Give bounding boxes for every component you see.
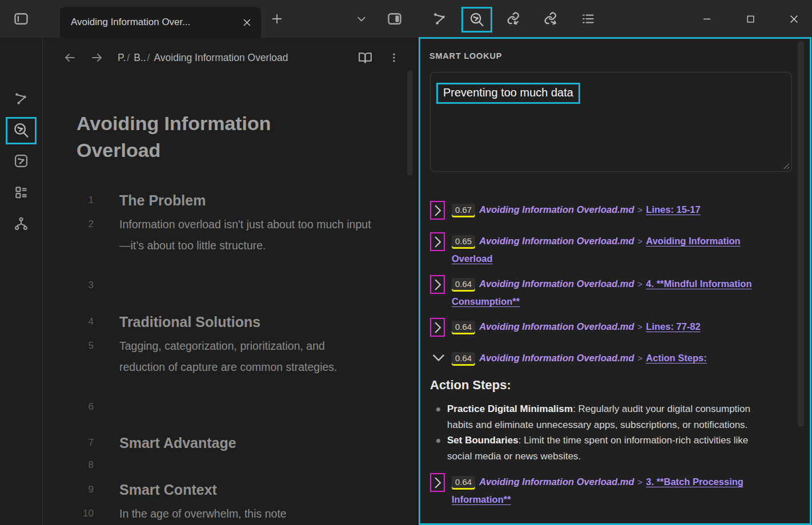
line-number: 10 (43, 503, 94, 524)
line-text[interactable] (119, 457, 373, 474)
lookup-query-text[interactable]: Preventing too much data (436, 83, 580, 104)
new-tab-button[interactable] (266, 7, 288, 30)
editor-line[interactable]: 2 Information overload isn't just about … (43, 214, 386, 256)
smart-lookup-button[interactable] (465, 9, 488, 31)
result-text: 0.65Avoiding Information Overload.md>Avo… (452, 232, 774, 267)
tab-avoiding-information-overload[interactable]: Avoiding Information Over... (60, 7, 261, 38)
expand-chevron-right-icon[interactable] (430, 232, 445, 251)
ribbon-smart-lookup-highlight (6, 117, 37, 144)
window-close-button[interactable] (784, 7, 803, 30)
result-text: 0.67Avoiding Information Overload.md>Lin… (452, 201, 774, 219)
line-text[interactable] (119, 398, 373, 415)
lookup-result-row[interactable]: 0.65Avoiding Information Overload.md>Avo… (430, 232, 795, 267)
expanded-bullet-list: Practice Digital Minimalism: Regularly a… (430, 401, 795, 464)
editor-line[interactable]: 5 Tagging, categorization, prioritizatio… (43, 336, 386, 377)
bullet-bold-text: Set Boundaries (447, 435, 518, 446)
lookup-result: 0.64Avoiding Information Overload.md>Act… (430, 349, 795, 464)
expand-chevron-right-icon[interactable] (430, 201, 445, 220)
lookup-result: 0.67Avoiding Information Overload.md>Lin… (430, 201, 795, 220)
reading-mode-button[interactable] (355, 47, 375, 68)
breadcrumb-note-title[interactable]: Avoiding Information Overload (154, 52, 288, 64)
lookup-result-row[interactable]: 0.64Avoiding Information Overload.md>3. … (430, 473, 795, 508)
editor-line[interactable]: 1 The Problem (43, 191, 386, 210)
expand-chevron-right-icon[interactable] (430, 275, 445, 294)
editor-header: P. / B.. / Avoiding Information Overload (43, 47, 419, 68)
editor-line[interactable]: 8 (43, 457, 386, 474)
smart-lookup-toolbar-highlight (461, 7, 492, 33)
expanded-heading: Action Steps: (430, 377, 795, 393)
connections-in-button[interactable] (503, 7, 525, 30)
ribbon-smart-lookup-button[interactable] (10, 119, 33, 142)
ribbon-blocks-button[interactable] (10, 181, 33, 204)
editor-line[interactable]: 4 Traditional Solutions (43, 312, 386, 332)
result-file-name[interactable]: Avoiding Information Overload.md (479, 476, 634, 487)
line-text[interactable]: Traditional Solutions (119, 312, 373, 332)
smart-search-icon (469, 12, 485, 28)
line-text[interactable]: Smart Advantage (119, 433, 373, 453)
editor-line[interactable]: 7 Smart Advantage (43, 433, 386, 453)
close-icon (789, 14, 799, 25)
smart-connections-button[interactable] (428, 7, 451, 30)
result-text: 0.64Avoiding Information Overload.md>4. … (452, 275, 774, 310)
result-target-link[interactable]: Lines: 77-82 (646, 321, 700, 332)
lookup-query-textarea[interactable]: Preventing too much data (430, 72, 792, 172)
result-target-link[interactable]: Lines: 15-17 (646, 204, 700, 215)
connections-out-button[interactable] (540, 7, 562, 30)
expand-chevron-right-icon[interactable] (430, 473, 445, 492)
breadcrumb-folder[interactable]: P. (118, 52, 126, 64)
outline-list-button[interactable] (577, 7, 600, 30)
panel-scrollbar-thumb[interactable] (798, 41, 804, 427)
result-file-name[interactable]: Avoiding Information Overload.md (479, 236, 634, 246)
editor-line[interactable]: 6 (43, 398, 386, 415)
result-file-name[interactable]: Avoiding Information Overload.md (479, 204, 634, 215)
line-text[interactable]: The Problem (119, 191, 373, 210)
window-maximize-button[interactable] (741, 7, 760, 30)
right-sidebar-toggle-button[interactable] (383, 7, 406, 30)
lookup-result-row[interactable]: 0.64Avoiding Information Overload.md>Act… (430, 349, 795, 367)
arrow-left-icon (63, 51, 77, 64)
left-sidebar-toggle-icon (13, 11, 30, 27)
expanded-bullet: Set Boundaries: Limit the time spent on … (447, 433, 751, 464)
similarity-score-badge: 0.64 (452, 321, 475, 333)
nav-back-button[interactable] (59, 47, 80, 68)
line-text[interactable]: In the age of overwhelm, this note (119, 503, 373, 524)
left-sidebar-toggle-button[interactable] (10, 7, 33, 30)
plus-icon (271, 13, 283, 25)
ribbon-connections-view-button[interactable] (10, 150, 33, 172)
result-file-name[interactable]: Avoiding Information Overload.md (479, 353, 634, 363)
line-number: 7 (43, 433, 94, 453)
editor-scrollbar-thumb[interactable] (407, 70, 413, 176)
tab-list-dropdown-button[interactable] (350, 7, 373, 30)
layout-list-icon (14, 185, 29, 200)
expand-chevron-right-icon[interactable] (430, 318, 445, 337)
collapse-chevron-down-icon[interactable] (430, 349, 447, 366)
ribbon-smart-connections-button[interactable] (10, 87, 33, 110)
tab-close-icon[interactable] (242, 18, 252, 27)
more-options-button[interactable] (384, 47, 404, 68)
result-separator: > (634, 322, 646, 332)
expanded-result-content: Action Steps: Practice Digital Minimalis… (430, 377, 795, 464)
line-text[interactable]: Smart Context (119, 480, 373, 499)
lookup-result-row[interactable]: 0.64Avoiding Information Overload.md>4. … (430, 275, 795, 310)
editor-line[interactable]: 10 In the age of overwhelm, this note (43, 503, 386, 524)
result-file-name[interactable]: Avoiding Information Overload.md (479, 321, 634, 332)
boxed-graph-icon (13, 153, 29, 169)
line-text[interactable]: Tagging, categorization, prioritization,… (119, 336, 373, 377)
window-minimize-button[interactable] (697, 7, 717, 30)
nav-forward-button[interactable] (87, 47, 107, 68)
editor-line[interactable]: 9 Smart Context (43, 480, 386, 499)
similarity-score-badge: 0.67 (452, 204, 475, 216)
ribbon-tree-button[interactable] (10, 212, 33, 235)
editor-line[interactable]: 3 (43, 277, 386, 294)
lookup-result-row[interactable]: 0.64Avoiding Information Overload.md>Lin… (430, 318, 795, 337)
breadcrumb-folder[interactable]: B.. (134, 52, 146, 64)
lookup-result-row[interactable]: 0.67Avoiding Information Overload.md>Lin… (430, 201, 795, 220)
line-number: 5 (43, 336, 94, 377)
result-target-link[interactable]: Action Steps: (646, 353, 706, 363)
resize-handle-icon[interactable] (782, 162, 790, 169)
line-text[interactable] (119, 277, 373, 294)
editor-pane: P. / B.. / Avoiding Information Overload… (43, 38, 419, 525)
line-text[interactable]: Information overload isn't just about to… (119, 214, 373, 256)
lookup-results-list: 0.67Avoiding Information Overload.md>Lin… (430, 201, 795, 508)
result-file-name[interactable]: Avoiding Information Overload.md (479, 278, 634, 289)
